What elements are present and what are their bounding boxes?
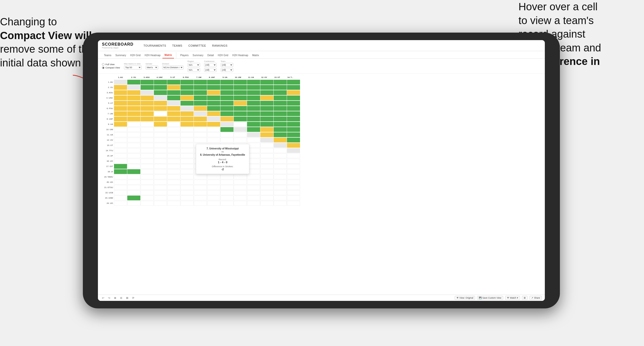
matrix-cell[interactable]: [247, 106, 260, 111]
matrix-cell[interactable]: [287, 101, 300, 106]
matrix-cell[interactable]: [207, 190, 220, 195]
matrix-cell[interactable]: [274, 175, 287, 179]
matrix-cell[interactable]: [247, 90, 260, 95]
matrix-cell[interactable]: [287, 148, 300, 153]
matrix-cell[interactable]: [287, 111, 300, 116]
matrix-cell[interactable]: [154, 106, 167, 111]
matrix-cell[interactable]: [167, 101, 180, 106]
matrix-cell[interactable]: [127, 96, 140, 100]
tab-h2h-grid[interactable]: H2H Grid: [128, 52, 143, 58]
matrix-cell[interactable]: [194, 122, 207, 127]
matrix-cell[interactable]: [194, 111, 207, 116]
tab-h2h-heatmap[interactable]: H2H Heatmap: [143, 52, 162, 58]
matrix-cell[interactable]: [260, 175, 273, 179]
matrix-cell[interactable]: [234, 96, 247, 100]
matrix-cell[interactable]: [287, 185, 300, 190]
view-original-button[interactable]: 👁 View: Original: [455, 296, 475, 300]
matrix-cell[interactable]: [287, 143, 300, 148]
matrix-cell[interactable]: [247, 180, 260, 185]
matrix-cell[interactable]: [220, 101, 233, 106]
matrix-cell[interactable]: [141, 90, 154, 95]
matrix-cell[interactable]: [260, 106, 273, 111]
matrix-cell[interactable]: [167, 159, 180, 163]
matrix-cell[interactable]: [234, 90, 247, 95]
tab-matrix-1[interactable]: Matrix: [162, 52, 174, 58]
matrix-cell[interactable]: [127, 85, 140, 90]
matrix-cell[interactable]: [114, 96, 127, 100]
matrix-cell[interactable]: [260, 180, 273, 185]
matrix-cell[interactable]: [114, 143, 127, 148]
matrix-cell[interactable]: [287, 96, 300, 100]
matrix-cell[interactable]: [181, 85, 194, 90]
matrix-cell[interactable]: [274, 132, 287, 137]
tab-summary[interactable]: Summary: [113, 52, 128, 58]
matrix-cell[interactable]: [114, 90, 127, 95]
matrix-cell[interactable]: [287, 164, 300, 169]
matrix-cell[interactable]: [181, 148, 194, 153]
matrix-cell[interactable]: [287, 85, 300, 90]
region-select[interactable]: N/A: [188, 63, 200, 67]
matrix-cell[interactable]: [114, 127, 127, 132]
matrix-cell[interactable]: [114, 80, 127, 84]
matrix-cell[interactable]: [127, 201, 140, 206]
matrix-cell[interactable]: [260, 159, 273, 163]
matrix-cell[interactable]: [247, 101, 260, 106]
matrix-cell[interactable]: [141, 85, 154, 90]
matrix-cell[interactable]: [247, 132, 260, 137]
matrix-cell[interactable]: [141, 101, 154, 106]
matrix-cell[interactable]: [194, 185, 207, 190]
matrix-cell[interactable]: [207, 106, 220, 111]
matrix-cell[interactable]: [274, 90, 287, 95]
matrix-cell[interactable]: [287, 153, 300, 158]
matrix-cell[interactable]: [167, 143, 180, 148]
matrix-cell[interactable]: [114, 169, 127, 174]
matrix-cell[interactable]: [260, 80, 273, 84]
nav-rankings[interactable]: RANKINGS: [212, 44, 227, 47]
matrix-cell[interactable]: [194, 106, 207, 111]
matrix-cell[interactable]: [207, 196, 220, 200]
matrix-cell[interactable]: [194, 101, 207, 106]
matrix-cell[interactable]: [154, 201, 167, 206]
matrix-cell[interactable]: [194, 117, 207, 121]
matrix-cell[interactable]: [167, 106, 180, 111]
matrix-cell[interactable]: [194, 138, 207, 142]
matrix-cell[interactable]: [287, 159, 300, 163]
matrix-cell[interactable]: [234, 127, 247, 132]
grid-button[interactable]: ⊞: [522, 296, 528, 300]
matrix-cell[interactable]: [154, 132, 167, 137]
matrix-cell[interactable]: [220, 196, 233, 200]
matrix-cell[interactable]: [260, 201, 273, 206]
matrix-cell[interactable]: [274, 80, 287, 84]
zoom-in-icon[interactable]: ⊕: [113, 296, 117, 300]
matrix-cell[interactable]: [274, 117, 287, 121]
matrix-cell[interactable]: [127, 175, 140, 179]
nav-teams[interactable]: TEAMS: [172, 44, 182, 47]
matrix-cell[interactable]: [287, 127, 300, 132]
matrix-cell[interactable]: [274, 180, 287, 185]
matrix-cell[interactable]: [154, 169, 167, 174]
matrix-cell[interactable]: [220, 106, 233, 111]
matrix-cell[interactable]: [127, 190, 140, 195]
matrix-cell[interactable]: [127, 90, 140, 95]
matrix-cell[interactable]: [167, 138, 180, 142]
matrix-cell[interactable]: [141, 185, 154, 190]
matrix-cell[interactable]: [247, 85, 260, 90]
matrix-cell[interactable]: [181, 185, 194, 190]
matrix-cell[interactable]: [141, 143, 154, 148]
matrix-cell[interactable]: [181, 201, 194, 206]
matrix-cell[interactable]: [127, 159, 140, 163]
matrix-cell[interactable]: [181, 90, 194, 95]
matrix-cell[interactable]: [194, 96, 207, 100]
matrix-cell[interactable]: [207, 127, 220, 132]
matrix-cell[interactable]: [260, 122, 273, 127]
matrix-cell[interactable]: [260, 90, 273, 95]
matrix-cell[interactable]: [260, 138, 273, 142]
matrix-cell[interactable]: [127, 169, 140, 174]
matrix-cell[interactable]: [154, 185, 167, 190]
tab-teams[interactable]: Teams: [102, 52, 113, 58]
matrix-cell[interactable]: [167, 85, 180, 90]
share-button[interactable]: ↗ Share: [530, 296, 542, 300]
save-custom-button[interactable]: 💾 Save Custom View: [477, 296, 503, 300]
matrix-cell[interactable]: [114, 106, 127, 111]
matrix-cell[interactable]: [181, 138, 194, 142]
